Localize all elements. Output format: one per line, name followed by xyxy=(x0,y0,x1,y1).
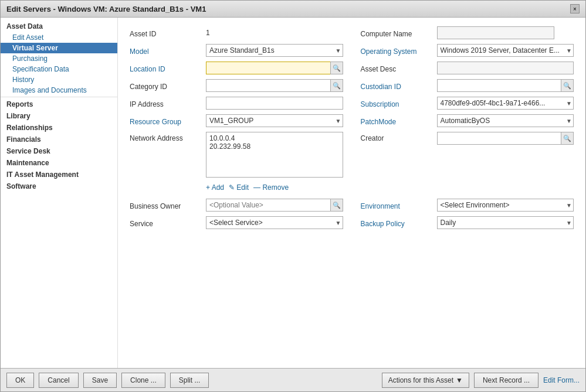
asset-id-value: 1 xyxy=(206,29,210,37)
subscription-label: Subscription xyxy=(361,98,437,108)
subscription-select[interactable]: 4780dfe9-d05f-4bc1-9a71-e466... xyxy=(437,97,574,110)
resource-group-label: Resource Group xyxy=(130,115,206,126)
clone-button[interactable]: Clone ... xyxy=(121,373,165,388)
asset-desc-input[interactable]: Azure Standard_B1s - VM1 xyxy=(437,62,574,74)
operating-system-label: Operating System xyxy=(361,45,437,56)
edit-form-link[interactable]: Edit Form... xyxy=(543,376,580,384)
sidebar-item-service-desk[interactable]: Service Desk xyxy=(1,145,117,157)
business-owner-label: Business Owner xyxy=(130,200,206,210)
location-id-label: Location ID xyxy=(130,63,206,73)
sidebar-divider-1 xyxy=(1,97,117,97)
category-id-input[interactable]: Servers - Windows VM xyxy=(206,79,343,92)
resource-group-select[interactable]: VM1_GROUP xyxy=(206,114,343,127)
patchmode-label: PatchMode xyxy=(361,115,437,126)
sidebar-section-asset-data[interactable]: Asset Data xyxy=(1,21,117,32)
creator-label: Creator xyxy=(361,132,437,142)
next-record-button[interactable]: Next Record ... xyxy=(474,373,538,388)
operating-system-select[interactable]: Windows 2019 Server, Datacenter E... xyxy=(437,44,574,57)
sidebar-item-relationships[interactable]: Relationships xyxy=(1,122,117,134)
network-remove-button[interactable]: — Remove xyxy=(253,183,289,192)
custodian-id-label: Custodian ID xyxy=(361,80,437,91)
computer-name-label: Computer Name xyxy=(361,28,437,38)
sidebar-item-reports[interactable]: Reports xyxy=(1,98,117,110)
network-actions: + Add ✎ Edit — Remove xyxy=(206,183,556,192)
sidebar-item-software[interactable]: Software xyxy=(1,180,117,192)
bottom-bar: OK Cancel Save Clone ... Split ... Actio… xyxy=(1,368,585,391)
actions-label: Actions for this Asset xyxy=(388,376,453,384)
business-owner-input[interactable] xyxy=(206,199,343,212)
network-add-button[interactable]: + Add xyxy=(206,183,224,192)
model-label: Model xyxy=(130,45,206,56)
main-window: Edit Servers - Windows VM: Azure Standar… xyxy=(0,0,586,392)
sidebar-item-financials[interactable]: Financials xyxy=(1,134,117,145)
sidebar-item-edit-asset[interactable]: Edit Asset xyxy=(1,32,117,43)
actions-button[interactable]: Actions for this Asset ▼ xyxy=(382,373,469,388)
environment-label: Environment xyxy=(361,200,437,210)
patchmode-select[interactable]: AutomaticByOS xyxy=(437,114,574,127)
asset-desc-label: Asset Desc xyxy=(361,63,437,73)
backup-policy-select[interactable]: Daily xyxy=(437,216,574,229)
sidebar-item-virtual-server[interactable]: Virtual Server xyxy=(1,43,117,53)
creator-search-button[interactable]: 🔍 xyxy=(561,132,574,145)
network-address-label: Network Address xyxy=(130,132,206,142)
service-label: Service xyxy=(130,217,206,228)
ok-button[interactable]: OK xyxy=(6,373,34,388)
window-title: Edit Servers - Windows VM: Azure Standar… xyxy=(6,5,206,13)
sidebar-item-specification-data[interactable]: Specification Data xyxy=(1,64,117,74)
actions-arrow-icon: ▼ xyxy=(456,376,463,384)
save-button[interactable]: Save xyxy=(83,373,117,388)
category-id-label: Category ID xyxy=(130,80,206,91)
asset-id-label: Asset ID xyxy=(130,28,206,38)
computer-name-input[interactable]: VM1 xyxy=(437,26,554,39)
sidebar-item-history[interactable]: History xyxy=(1,74,117,85)
title-bar: Edit Servers - Windows VM: Azure Standar… xyxy=(1,1,585,18)
ip-address-input[interactable]: 10.0.0.4 xyxy=(206,97,343,110)
ip-address-label: IP Address xyxy=(130,98,206,108)
business-owner-search-button[interactable]: 🔍 xyxy=(330,199,343,212)
creator-input[interactable]: Paul Lambert xyxy=(437,132,574,145)
sidebar-item-maintenance[interactable]: Maintenance xyxy=(1,157,117,169)
network-address-textarea[interactable]: 10.0.0.4 20.232.99.58 xyxy=(206,132,343,178)
model-select[interactable]: Azure Standard_B1s xyxy=(206,44,343,57)
sidebar-item-purchasing[interactable]: Purchasing xyxy=(1,53,117,64)
category-id-search-button[interactable]: 🔍 xyxy=(330,79,343,92)
backup-policy-label: Backup Policy xyxy=(361,217,437,228)
sidebar: Asset Data Edit Asset Virtual Server Pur… xyxy=(1,18,118,368)
sidebar-item-it-asset-management[interactable]: IT Asset Management xyxy=(1,169,117,180)
location-id-search-button[interactable]: 🔍 xyxy=(330,62,343,74)
service-select[interactable]: <Select Service> xyxy=(206,216,343,229)
sidebar-item-library[interactable]: Library xyxy=(1,110,117,122)
custodian-id-input[interactable]: Paul Lambert xyxy=(437,79,574,92)
sidebar-item-images-documents[interactable]: Images and Documents xyxy=(1,85,117,96)
network-edit-button[interactable]: ✎ Edit xyxy=(229,183,249,192)
location-id-input[interactable]: Azure Eastus xyxy=(206,62,343,74)
main-content: Asset Data Edit Asset Virtual Server Pur… xyxy=(1,18,585,368)
cancel-button[interactable]: Cancel xyxy=(39,373,78,388)
environment-select[interactable]: <Select Environment> xyxy=(437,199,574,212)
custodian-id-search-button[interactable]: 🔍 xyxy=(561,79,574,92)
split-button[interactable]: Split ... xyxy=(170,373,209,388)
close-button[interactable]: × xyxy=(570,4,580,13)
form-area: Asset ID 1 Computer Name VM1 Model Azure… xyxy=(118,18,585,368)
